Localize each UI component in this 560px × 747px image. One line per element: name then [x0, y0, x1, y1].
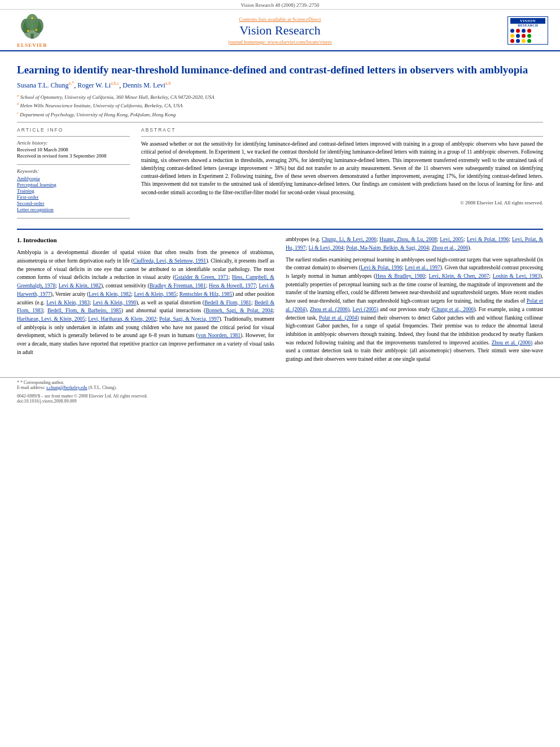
- body-para-3: The earliest studies examining perceptua…: [286, 256, 543, 364]
- authors-line: Susana T.L. Chunga,*, Roger W. Lia,b,c, …: [17, 81, 543, 90]
- vr-dot-7: [522, 34, 526, 38]
- svg-point-5: [27, 30, 29, 32]
- ref-zhou2006[interactable]: Zhou et al., 2006: [432, 245, 469, 251]
- journal-center: Contents lists available at ScienceDirec…: [58, 16, 502, 45]
- aff-c-text: Department of Psychology, University of …: [20, 112, 176, 117]
- keywords-block: Keywords: Amblyopia Perceptual learning …: [17, 168, 130, 212]
- ref-polat2004[interactable]: Polat, Ma-Naim, Belkin, & Sagi, 2004: [346, 245, 428, 251]
- ref-levi2002[interactable]: Levi, Hariharan, & Klein, 2002: [88, 316, 156, 322]
- vr-dot-12: [527, 39, 531, 43]
- aff-a-letter: a: [17, 93, 19, 98]
- keywords-label: Keywords:: [17, 168, 130, 174]
- citation-bar: Vision Research 48 (2008) 2739–2750: [0, 0, 560, 10]
- footer: * * Corresponding author. E-mail address…: [0, 377, 560, 406]
- journal-header: ELSEVIER Contents lists available at Sci…: [0, 10, 560, 51]
- ref-chung2006b[interactable]: Chung et al., 2006: [434, 307, 474, 312]
- abstract-label: ABSTRACT: [141, 127, 543, 133]
- abstract-text: We assessed whether or not the sensitivi…: [141, 140, 543, 196]
- ref-bedell1981[interactable]: Bedell & Flom, 1981: [204, 300, 251, 305]
- vr-badge-subtitle: RESEARCH: [510, 24, 545, 27]
- ref-gstalder[interactable]: Gstalder & Green, 1971: [174, 274, 228, 280]
- article-info-col: ARTICLE INFO Article history: Received 1…: [17, 127, 130, 222]
- elsevier-label: ELSEVIER: [17, 42, 47, 48]
- aff-a-text: School of Optometry, University of Calif…: [20, 94, 215, 100]
- vr-dots: [510, 29, 545, 43]
- ref-bonneh2004[interactable]: Bonneh, Sagi, & Polat, 2004: [205, 308, 273, 313]
- main-content: Learning to identify near-threshold lumi…: [0, 51, 560, 373]
- info-abstract-section: ARTICLE INFO Article history: Received 1…: [17, 127, 543, 222]
- ref-zhou2006c[interactable]: Zhou et al. (2006): [492, 340, 532, 346]
- divider-abstract: [141, 136, 543, 137]
- footer-email[interactable]: s.chung@berkeley.edu: [46, 385, 88, 390]
- ref-bradley1981[interactable]: Bradley & Freeman, 1981: [150, 283, 206, 289]
- svg-point-6: [35, 29, 37, 31]
- ref-ciuffreda[interactable]: Ciuffreda, Levi, & Selenow, 1991: [133, 258, 206, 264]
- sciencedirect-link[interactable]: ScienceDirect: [292, 16, 321, 22]
- divider-info-1: [17, 136, 130, 137]
- ref-polat1997[interactable]: Polat, Sagi, & Norcia, 1997: [159, 316, 219, 322]
- ref-levi1997b[interactable]: Levi et al., 1997: [405, 265, 440, 270]
- footer-note-1: * * Corresponding author.: [17, 380, 543, 385]
- aff-b-text: Helen Wills Neuroscience Institute, Univ…: [20, 103, 183, 108]
- ref-levi1985[interactable]: Levi & Klein, 1985: [134, 291, 177, 297]
- doi-text: doi:10.1016/j.visres.2008.09.009: [17, 399, 77, 404]
- ref-zhou2006b[interactable]: Zhou et al. (2006): [310, 307, 349, 312]
- aff-b-letter: b: [17, 102, 19, 106]
- body-two-col: 1. Introduction Amblyopia is a developme…: [17, 235, 543, 367]
- ref-rentschler1985[interactable]: Rentschler & Hilz, 1985: [180, 291, 233, 297]
- body-col-right: amblyopes (e.g. Chung, Li, & Levi, 2006;…: [286, 235, 543, 367]
- ref-levi2005b[interactable]: Levi (2005): [352, 307, 378, 312]
- author-3-sup: a,b: [165, 81, 171, 86]
- aff-c-letter: c: [17, 111, 19, 115]
- homepage-link[interactable]: www.elsevier.com/locate/visres: [268, 39, 332, 45]
- received-revised-date: Received in revised form 3 September 200…: [17, 153, 130, 159]
- ref-levi2007[interactable]: Levi, Klein, & Chen, 2007: [428, 273, 489, 279]
- homepage-prefix: journal homepage:: [228, 39, 267, 45]
- ref-levi1990[interactable]: Levi & Klein, 1990: [93, 300, 137, 305]
- keyword-perceptual[interactable]: Perceptual learning: [17, 182, 130, 187]
- ref-hess1980[interactable]: Hess & Bradley, 1980: [375, 273, 425, 279]
- ref-polat2004c[interactable]: Polat et al. (2004): [319, 315, 359, 321]
- ref-levi1982a[interactable]: Levi & Klein, 1982: [59, 283, 101, 289]
- keyword-training[interactable]: Training: [17, 188, 130, 194]
- vr-dot-4: [527, 29, 531, 33]
- vr-dot-10: [516, 39, 520, 43]
- ref-hess1977[interactable]: Hess & Howell, 1977: [209, 283, 256, 289]
- ref-levi1983[interactable]: Levi & Klein, 1983: [46, 300, 90, 305]
- keyword-first-order[interactable]: First-order: [17, 194, 130, 200]
- ref-levi1982b[interactable]: Levi & Klein, 1982: [89, 291, 131, 297]
- vr-dot-3: [522, 29, 526, 33]
- body-para-2: amblyopes (e.g. Chung, Li, & Levi, 2006;…: [286, 235, 543, 252]
- vr-dot-1: [510, 29, 514, 33]
- affiliations: a School of Optometry, University of Cal…: [17, 93, 543, 119]
- ref-levi1996b[interactable]: Levi & Polat, 1996: [361, 265, 402, 270]
- journal-title: Vision Research: [58, 23, 502, 38]
- footnote-star: *: [17, 380, 19, 385]
- author-1-sup: a,*: [69, 81, 75, 86]
- ref-chung2006[interactable]: Chung, Li, & Levi, 2006: [322, 237, 377, 242]
- ref-bedell1985[interactable]: Bedell, Flom, & Barbeito, 1985: [47, 308, 121, 313]
- divider-info-3: [17, 218, 130, 219]
- ref-hariharan2005[interactable]: Hariharan, Levi, & Klein, 2005: [17, 316, 85, 322]
- ref-loshin1983[interactable]: Loshin & Levi, 1983: [493, 273, 540, 279]
- vr-dot-6: [516, 34, 520, 38]
- journal-logo-right: VISION RESEARCH: [502, 16, 553, 45]
- ref-levi2005[interactable]: Levi, 2005: [440, 237, 463, 242]
- vr-dot-2: [516, 29, 520, 33]
- citation-text: Vision Research 48 (2008) 2739–2750: [241, 2, 320, 8]
- license-text: 0042-6989/$ – see front matter © 2008 El…: [17, 394, 148, 399]
- svg-point-7: [31, 17, 33, 19]
- ref-levi1996[interactable]: Levi & Polat, 1996: [467, 237, 509, 242]
- article-info-label: ARTICLE INFO: [17, 127, 130, 133]
- ref-li2004[interactable]: Li & Levi, 2004: [308, 245, 343, 251]
- received-date: Received 10 March 2008: [17, 147, 130, 152]
- ref-huang2008[interactable]: Huang, Zhou, & Lu, 2008: [379, 237, 436, 242]
- ref-noorden1981[interactable]: von Noorden, 1981: [198, 333, 240, 338]
- elsevier-tree-icon: [15, 13, 49, 41]
- keyword-second-order[interactable]: Second-order: [17, 200, 130, 206]
- history-label: Article history:: [17, 140, 130, 146]
- footer-email-line: E-mail address: s.chung@berkeley.edu (S.…: [17, 385, 543, 390]
- keyword-letter-recognition[interactable]: Letter recognition: [17, 207, 130, 212]
- keyword-amblyopia[interactable]: Amblyopia: [17, 176, 130, 181]
- svg-point-4: [26, 14, 38, 30]
